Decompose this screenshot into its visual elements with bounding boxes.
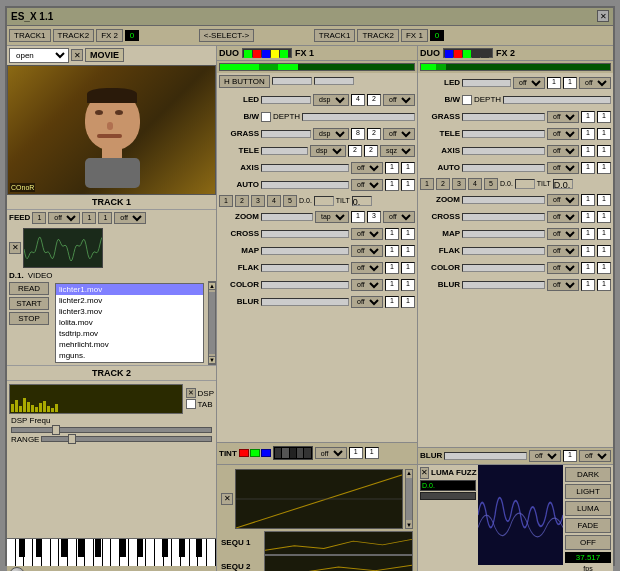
piano-key[interactable] — [68, 539, 77, 566]
tab-checkbox[interactable] — [186, 399, 196, 409]
zoom-slider[interactable] — [261, 213, 313, 221]
tele-slider[interactable] — [261, 147, 308, 155]
grass-select2[interactable]: off — [383, 128, 415, 140]
cross-n1[interactable]: 1 — [385, 228, 399, 240]
scroll-thumb[interactable] — [209, 292, 215, 354]
scroll-down[interactable]: ▼ — [208, 356, 216, 364]
color-n1[interactable]: 1 — [385, 279, 399, 291]
cross-n2[interactable]: 1 — [401, 228, 415, 240]
r-led-slider[interactable] — [462, 79, 511, 87]
flak-slider[interactable] — [261, 264, 349, 272]
cross-select1[interactable]: off — [351, 228, 383, 240]
auto-n1[interactable]: 1 — [385, 179, 399, 191]
r-map-n2[interactable]: 1 — [597, 228, 611, 240]
bw-checkbox[interactable] — [261, 112, 271, 122]
scroll-up[interactable]: ▲ — [208, 282, 216, 290]
black-key[interactable] — [61, 539, 67, 557]
feed-select2[interactable]: off — [114, 212, 146, 224]
num-btn-5[interactable]: 5 — [283, 195, 297, 207]
grass-n1[interactable]: 8 — [351, 128, 365, 140]
file-item-3[interactable]: lolita.mov — [56, 317, 203, 328]
file-item-6[interactable]: mguns. — [56, 350, 203, 361]
range-slider[interactable] — [41, 436, 212, 442]
header-fx2-btn[interactable]: FX 2 — [96, 29, 123, 42]
feed-num[interactable]: 1 — [32, 212, 46, 224]
r-led-n2[interactable]: 1 — [563, 77, 577, 89]
file-item-2[interactable]: lichter3.mov — [56, 306, 203, 317]
r-flak-slider[interactable] — [462, 247, 545, 255]
piano-key[interactable] — [42, 539, 51, 566]
bottom-knob[interactable] — [9, 567, 25, 572]
r-blur-n1[interactable]: 1 — [581, 279, 595, 291]
led-n2[interactable]: 2 — [367, 94, 381, 106]
r-flak-n2[interactable]: 1 — [597, 245, 611, 257]
r-cross-sel1[interactable]: off — [547, 211, 579, 223]
r-blur-bottom-sel1[interactable]: off — [529, 450, 561, 462]
depth-slider[interactable] — [302, 113, 415, 121]
tint-n1[interactable]: 1 — [349, 447, 363, 459]
close-button[interactable]: ✕ — [597, 10, 609, 22]
r-led-sel2[interactable]: off — [579, 77, 611, 89]
r-num-4[interactable]: 4 — [468, 178, 482, 190]
dsp-checkbox[interactable]: ✕ — [186, 388, 196, 398]
led-slider[interactable] — [261, 96, 311, 104]
select-btn[interactable]: <-SELECT-> — [199, 29, 254, 42]
auto-n2[interactable]: 1 — [401, 179, 415, 191]
r-blur-bottom-slider[interactable] — [444, 452, 527, 460]
r-led-sel1[interactable]: off — [513, 77, 545, 89]
grass-select1[interactable]: dsp — [313, 128, 349, 140]
cross-slider[interactable] — [261, 230, 349, 238]
tele-n1[interactable]: 2 — [348, 145, 362, 157]
flak-select1[interactable]: off — [351, 262, 383, 274]
r-cross-n1[interactable]: 1 — [581, 211, 595, 223]
r-grass-sel1[interactable]: off — [547, 111, 579, 123]
led-select2[interactable]: off — [383, 94, 415, 106]
sequ-checkbox[interactable]: ✕ — [221, 493, 233, 505]
num-btn-3[interactable]: 3 — [251, 195, 265, 207]
black-key[interactable] — [78, 539, 84, 557]
light-btn[interactable]: LIGHT — [565, 484, 611, 499]
sequ-scroll-thumb[interactable] — [406, 478, 412, 520]
stop-btn[interactable]: STOP — [9, 312, 49, 325]
r-zoom-slider[interactable] — [462, 196, 545, 204]
tele-select1[interactable]: dsp — [310, 145, 346, 157]
open-select[interactable]: open — [9, 48, 69, 63]
r-map-sel1[interactable]: off — [547, 228, 579, 240]
r-auto-slider[interactable] — [462, 164, 545, 172]
axis-slider[interactable] — [261, 164, 349, 172]
tele-n2[interactable]: 2 — [364, 145, 378, 157]
led-select1[interactable]: dsp — [313, 94, 349, 106]
r-axis-sel1[interactable]: off — [547, 145, 579, 157]
r-blur-bottom-n1[interactable]: 1 — [563, 450, 577, 462]
clear-btn[interactable]: ✕ — [71, 49, 83, 61]
r-blur-slider[interactable] — [462, 281, 545, 289]
r-auto-n2[interactable]: 1 — [597, 162, 611, 174]
r-color-slider[interactable] — [462, 264, 545, 272]
r-map-slider[interactable] — [462, 230, 545, 238]
tint-select1[interactable]: off — [315, 447, 347, 459]
r-bw-checkbox[interactable] — [462, 95, 472, 105]
r-grass-slider[interactable] — [462, 113, 545, 121]
tint-n2[interactable]: 1 — [365, 447, 379, 459]
piano-key[interactable] — [24, 539, 33, 566]
r-auto-sel1[interactable]: off — [547, 162, 579, 174]
r-flak-sel1[interactable]: off — [547, 245, 579, 257]
auto-slider[interactable] — [261, 181, 349, 189]
axis-n2[interactable]: 1 — [401, 162, 415, 174]
blur-select1[interactable]: off — [351, 296, 383, 308]
r-tele-slider[interactable] — [462, 130, 545, 138]
r-auto-n1[interactable]: 1 — [581, 162, 595, 174]
black-key[interactable] — [137, 539, 143, 557]
r-axis-n2[interactable]: 1 — [597, 145, 611, 157]
grass-n2[interactable]: 2 — [367, 128, 381, 140]
r-blur-sel1[interactable]: off — [547, 279, 579, 291]
black-key[interactable] — [120, 539, 126, 557]
file-item-5[interactable]: mehrlicht.mov — [56, 339, 203, 350]
blur-n2[interactable]: 1 — [401, 296, 415, 308]
r-tele-n1[interactable]: 1 — [581, 128, 595, 140]
r-blur-n2[interactable]: 1 — [597, 279, 611, 291]
zoom-n1[interactable]: 1 — [351, 211, 365, 223]
r-num-5[interactable]: 5 — [484, 178, 498, 190]
auto-select1[interactable]: off — [351, 179, 383, 191]
zoom-select1[interactable]: tap — [315, 211, 349, 223]
